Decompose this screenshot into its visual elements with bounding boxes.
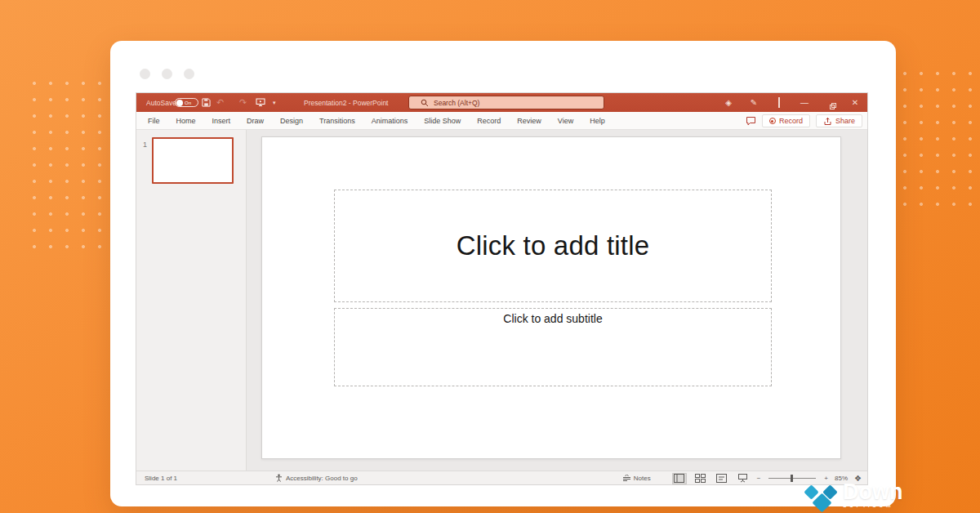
slide-sorter-view-button[interactable] (693, 473, 708, 484)
subtitle-placeholder-text: Click to add subtitle (503, 312, 602, 325)
tab-transitions[interactable]: Transitions (311, 117, 363, 125)
notes-icon (622, 475, 631, 482)
window-controls: ◈ ✎ — ✕ (724, 93, 860, 112)
share-button[interactable]: Share (816, 114, 862, 127)
screenshot-card: AutoSave On ↶ ↷ ▾ Presentation2 - PowerP… (110, 41, 896, 506)
accessibility-status[interactable]: Accessibility: Good to go (275, 474, 358, 482)
comments-icon[interactable] (746, 116, 756, 126)
title-placeholder[interactable]: Click to add title (334, 190, 772, 302)
pen-icon[interactable]: ✎ (749, 98, 759, 107)
tab-home[interactable]: Home (168, 117, 204, 125)
ribbon-tab-row: File Home Insert Draw Design Transitions… (136, 112, 867, 130)
accessibility-icon (275, 474, 283, 482)
gem-icon[interactable]: ◈ (724, 98, 733, 107)
dot-pattern-left (26, 75, 118, 248)
toggle-pill[interactable]: On (175, 98, 198, 107)
tab-view[interactable]: View (550, 117, 581, 125)
tab-design[interactable]: Design (272, 117, 311, 125)
record-button[interactable]: Record (762, 114, 810, 127)
window-dots (140, 69, 194, 79)
watermark-brand: Down (843, 481, 903, 503)
close-icon[interactable]: ✕ (850, 98, 860, 107)
watermark-logo-icon (802, 481, 841, 513)
workspace: 1 Click to add title Click to add subtit… (136, 130, 867, 471)
window-dot (140, 69, 150, 79)
accessibility-label: Accessibility: Good to go (286, 475, 358, 482)
zoom-slider[interactable] (768, 478, 816, 479)
toggle-knob-icon (176, 100, 183, 106)
reading-view-button[interactable] (715, 473, 729, 484)
ribbon-display-options-icon[interactable] (774, 98, 784, 107)
slideshow-view-button[interactable] (736, 473, 751, 484)
slide-thumbnail[interactable] (152, 137, 234, 184)
share-button-label: Share (835, 117, 855, 125)
quick-access-caret-icon[interactable]: ▾ (273, 93, 276, 112)
tab-record[interactable]: Record (469, 117, 509, 125)
slide-indicator: Slide 1 of 1 (145, 475, 177, 482)
status-bar: Slide 1 of 1 Accessibility: Good to go N… (136, 471, 867, 484)
tab-slide-show[interactable]: Slide Show (416, 117, 469, 125)
tab-insert[interactable]: Insert (204, 117, 239, 125)
search-icon (421, 99, 429, 107)
redo-icon[interactable]: ↷ (239, 93, 247, 112)
zoom-out-button[interactable]: − (757, 475, 761, 482)
watermark-text: Down SOFT.COM (843, 481, 903, 508)
title-bar: AutoSave On ↶ ↷ ▾ Presentation2 - PowerP… (136, 93, 867, 112)
promo-background: AutoSave On ↶ ↷ ▾ Presentation2 - PowerP… (0, 0, 980, 513)
tab-review[interactable]: Review (509, 117, 550, 125)
powerpoint-window: AutoSave On ↶ ↷ ▾ Presentation2 - PowerP… (136, 92, 868, 485)
window-dot (184, 69, 194, 79)
autosave-label: AutoSave (146, 93, 176, 112)
minimize-icon[interactable]: — (800, 98, 809, 107)
document-title: Presentation2 - PowerPoint (304, 93, 388, 112)
undo-icon[interactable]: ↶ (216, 93, 224, 112)
slide-number: 1 (143, 141, 147, 149)
record-dot-icon (769, 118, 776, 124)
normal-view-button[interactable] (672, 473, 687, 484)
ribbon-right-actions: Record Share (746, 112, 862, 130)
save-icon[interactable] (202, 93, 211, 112)
record-button-label: Record (779, 117, 803, 125)
editing-canvas: Click to add title Click to add subtitle (247, 130, 867, 471)
autosave-state: On (185, 100, 191, 105)
search-placeholder: Search (Alt+Q) (434, 99, 479, 107)
subtitle-placeholder[interactable]: Click to add subtitle (334, 308, 772, 386)
slide-thumbnail-panel: 1 (136, 130, 247, 471)
autosave-toggle[interactable]: On (175, 93, 198, 112)
dot-pattern-right (897, 65, 980, 209)
window-dot (162, 69, 172, 79)
tab-file[interactable]: File (136, 117, 168, 125)
zoom-slider-thumb[interactable] (791, 475, 793, 482)
start-slideshow-icon[interactable] (256, 93, 265, 112)
site-watermark: Down SOFT.COM (802, 481, 903, 513)
slide-canvas[interactable]: Click to add title Click to add subtitle (261, 136, 841, 459)
title-placeholder-text: Click to add title (457, 230, 650, 261)
tab-draw[interactable]: Draw (238, 117, 272, 125)
notes-toggle[interactable]: Notes (622, 475, 651, 482)
tab-animations[interactable]: Animations (363, 117, 416, 125)
share-icon (823, 117, 832, 126)
search-input[interactable]: Search (Alt+Q) (408, 96, 604, 109)
notes-label: Notes (634, 475, 651, 482)
tab-help[interactable]: Help (581, 117, 613, 125)
